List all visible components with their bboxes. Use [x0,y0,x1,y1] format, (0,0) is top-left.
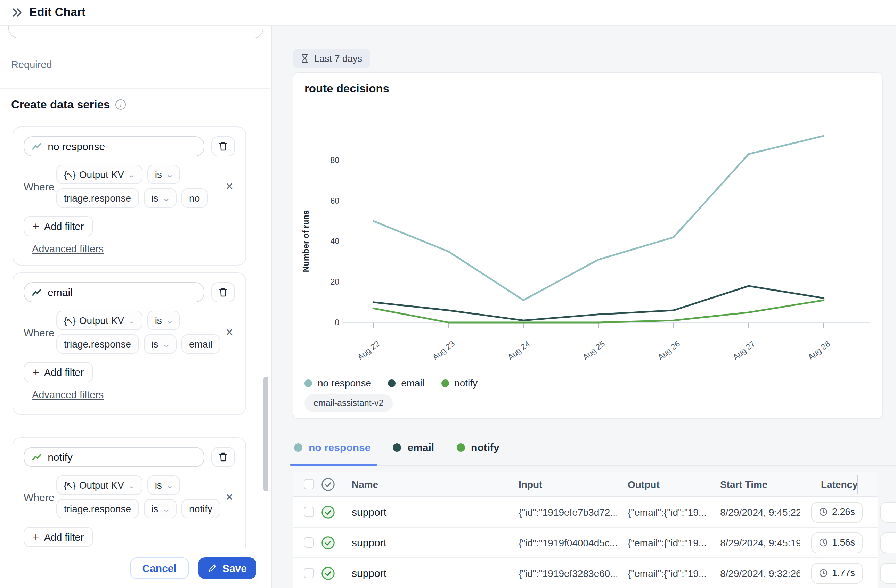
active-tab-underline [290,464,378,466]
tab-label: email [407,441,434,453]
add-filter-button[interactable]: + Add filter [24,362,93,382]
filter-value-chip[interactable]: notify [181,499,220,518]
row-action-pill-partial[interactable] [880,563,896,584]
row-checkbox[interactable] [304,507,314,517]
delete-series-button[interactable] [211,447,235,467]
svg-text:Number of runs: Number of runs [301,210,310,273]
tab-notify[interactable]: notify [455,431,501,465]
chart-name-input-partial[interactable] [8,26,264,38]
trash-icon [218,141,228,152]
column-header-latency[interactable]: Latency [821,478,858,490]
advanced-filters-link[interactable]: Advanced filters [32,243,104,254]
clock-icon [819,568,828,577]
latency-badge: 2.26s [811,501,862,522]
table-row[interactable]: support {"id":"1919efe7b3d72... {"email"… [293,497,878,527]
collapse-panel-icon[interactable] [12,8,23,17]
chevron-down-icon: ⌄ [162,505,170,513]
filter-key-operator-chip[interactable]: is ⌄ [143,499,177,518]
filter-field-label: Output KV [79,169,124,180]
table-row[interactable]: support {"id":"1919f04004d5c... {"email"… [293,527,878,558]
edit-chart-page: Edit Chart Required Create data series i [0,0,896,588]
where-label: Where [24,326,56,338]
pencil-icon [208,564,217,573]
info-icon[interactable]: i [116,99,126,110]
status-check-icon [320,477,336,492]
filter-key-operator-chip[interactable]: is ⌄ [143,188,177,208]
svg-text:Aug 22: Aug 22 [356,339,381,361]
legend-dot [305,379,312,387]
column-header-output[interactable]: Output [628,478,660,490]
sidebar-scroll-area: Required Create data series i [0,26,270,548]
run-output: {"email":{"id":"19... [628,537,709,548]
success-status-icon [320,504,336,519]
delete-series-button[interactable] [211,282,235,302]
legend-item: email [388,378,424,388]
time-range-selector[interactable]: Last 7 days [293,49,370,68]
chevron-down-icon: ⌄ [128,481,136,489]
tab-email[interactable]: email [392,431,436,465]
filter-operator-chip[interactable]: is ⌄ [147,311,180,330]
series-name-field[interactable] [24,136,204,156]
save-button[interactable]: Save [198,558,256,579]
filter-value-label: email [189,338,212,350]
chart-preview-panel: Last 7 days route decisions Aug 22Aug 23… [272,26,896,588]
filter-operator-label: is [155,169,162,180]
series-name-input[interactable] [47,140,196,152]
column-header-start-time[interactable]: Start Time [720,478,767,490]
add-filter-label: Add filter [44,221,84,232]
remove-filter-icon[interactable]: ✕ [224,325,235,339]
filter-value-chip[interactable]: no [181,188,207,208]
filter-field-chip[interactable]: {↖} Output KV ⌄ [56,475,143,495]
table-column-divider [857,475,858,494]
save-label: Save [222,562,247,574]
line-chart-icon [32,142,41,151]
row-checkbox[interactable] [304,568,314,578]
filter-key-chip[interactable]: triage.response [56,188,139,208]
delete-series-button[interactable] [211,136,235,156]
sidebar-scrollbar-thumb[interactable] [264,377,268,491]
row-action-pill-partial[interactable] [880,532,896,553]
row-action-pill-partial[interactable] [880,502,896,522]
run-name[interactable]: support [352,567,387,579]
filter-operator-chip[interactable]: is ⌄ [147,165,180,184]
filter-field-label: Output KV [79,315,124,326]
filter-field-chip[interactable]: {↖} Output KV ⌄ [56,311,143,330]
where-label: Where [24,180,56,192]
column-header-name[interactable]: Name [352,478,378,490]
filter-key-operator-chip[interactable]: is ⌄ [143,334,177,354]
run-name[interactable]: support [352,536,387,548]
project-tag[interactable]: email-assistant-v2 [305,394,392,412]
route-decisions-chart: Aug 22Aug 23Aug 24Aug 25Aug 26Aug 27Aug … [293,73,884,372]
select-all-checkbox[interactable] [304,479,314,489]
remove-filter-icon[interactable]: ✕ [224,179,235,193]
remove-filter-icon[interactable]: ✕ [224,490,235,504]
filter-value-chip[interactable]: email [181,334,220,354]
series-name-input[interactable] [47,451,196,463]
series-tabs: no response email notify [293,431,896,466]
filter-key-chip[interactable]: triage.response [56,499,139,518]
legend-label: email [401,378,424,388]
runs-table: Name Input Output Start Time Latency sup… [293,472,878,588]
svg-text:20: 20 [330,277,339,286]
create-data-series-heading: Create data series i [11,98,126,111]
svg-text:80: 80 [330,156,339,165]
filter-field-chip[interactable]: {↖} Output KV ⌄ [56,165,143,184]
advanced-filters-link[interactable]: Advanced filters [32,389,104,400]
series-name-field[interactable] [24,282,204,302]
page-title: Edit Chart [29,6,85,20]
table-row[interactable]: support {"id":"1919ef3283e60... {"email"… [293,558,878,588]
series-name-input[interactable] [47,286,196,298]
chevron-down-icon: ⌄ [162,340,170,348]
run-name[interactable]: support [352,506,387,518]
add-filter-button[interactable]: + Add filter [24,527,93,547]
add-filter-button[interactable]: + Add filter [24,216,93,236]
filter-key-chip[interactable]: triage.response [56,334,139,354]
run-input: {"id":"1919f04004d5c... [518,537,617,548]
tab-no-response[interactable]: no response [293,431,372,465]
filter-operator-chip[interactable]: is ⌄ [147,475,180,495]
column-header-input[interactable]: Input [518,478,542,490]
cancel-button[interactable]: Cancel [130,558,189,579]
row-checkbox[interactable] [304,537,314,548]
series-name-field[interactable] [24,447,204,467]
success-status-icon [320,565,336,581]
